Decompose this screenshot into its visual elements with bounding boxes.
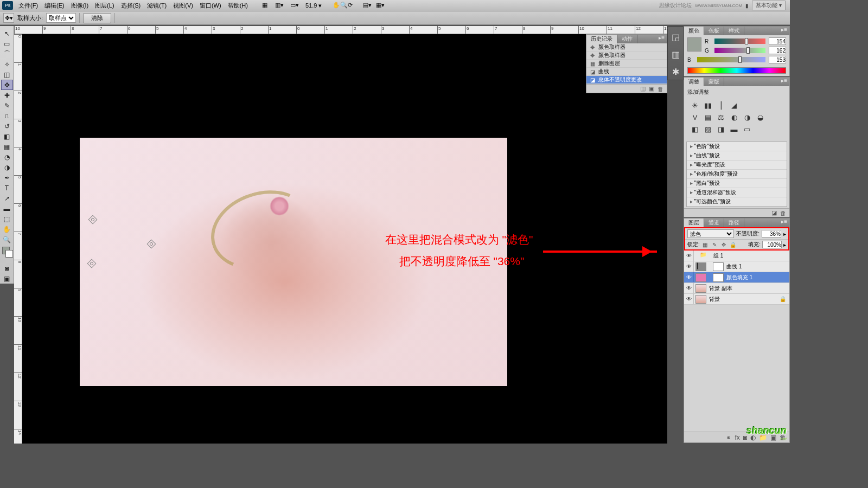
- navigator-icon[interactable]: ◲: [671, 32, 680, 42]
- invert-icon[interactable]: ◧: [688, 123, 701, 135]
- mask-thumb[interactable]: [713, 273, 724, 282]
- menu-layer[interactable]: 图层(L): [92, 2, 117, 10]
- g-input[interactable]: [769, 47, 786, 54]
- preset-item[interactable]: "可选颜色"预设: [687, 197, 787, 207]
- visibility-icon[interactable]: 👁: [684, 283, 694, 293]
- tab-actions[interactable]: 动作: [617, 35, 637, 43]
- eraser-tool[interactable]: ◧: [1, 131, 13, 142]
- rotate-icon[interactable]: ⟳: [348, 2, 355, 9]
- opacity-input[interactable]: [762, 230, 781, 237]
- panel-menu-icon[interactable]: ▸≡: [779, 78, 789, 86]
- history-item[interactable]: ◪曲线: [586, 68, 667, 76]
- color-sampler-2[interactable]: [147, 240, 156, 249]
- dodge-tool[interactable]: ◑: [1, 162, 13, 172]
- blur-tool[interactable]: ◔: [1, 152, 13, 162]
- tab-layers[interactable]: 图层: [684, 219, 704, 227]
- move-tool[interactable]: ↖: [1, 28, 13, 38]
- path-tool[interactable]: ↗: [1, 193, 13, 203]
- tab-paths[interactable]: 路径: [724, 219, 744, 227]
- preset-item[interactable]: "色阶"预设: [687, 142, 787, 151]
- visibility-icon[interactable]: 👁: [684, 251, 694, 261]
- layer-row[interactable]: 👁 📁 组 1: [684, 251, 789, 261]
- huesat-icon[interactable]: ▤: [701, 111, 714, 123]
- new-snapshot-icon[interactable]: ◫: [640, 85, 646, 92]
- photo-filter-icon[interactable]: ◑: [741, 111, 754, 123]
- layer-name[interactable]: 背景 副本: [708, 285, 732, 292]
- panel-menu-icon[interactable]: ▸≡: [779, 219, 789, 227]
- wand-tool[interactable]: ✧: [1, 59, 13, 69]
- marquee-tool[interactable]: ▭: [1, 38, 13, 49]
- r-input[interactable]: [769, 37, 786, 45]
- layer-row-selected[interactable]: 👁 颜色填充 1: [684, 272, 789, 283]
- selcolor-icon[interactable]: ▭: [741, 123, 754, 135]
- pen-tool[interactable]: ✒: [1, 172, 13, 183]
- layer-name[interactable]: 颜色填充 1: [725, 274, 752, 281]
- tab-history[interactable]: 历史记录: [586, 35, 617, 43]
- new-doc-icon[interactable]: ▣: [649, 85, 654, 92]
- menu-image[interactable]: 图像(I): [68, 2, 92, 10]
- layer-row[interactable]: 👁 ⎮ 曲线 1: [684, 261, 789, 272]
- arrange-docs-icon[interactable]: ▥▾: [275, 2, 283, 9]
- history-item[interactable]: ✥颜色取样器: [586, 52, 667, 60]
- tab-mask[interactable]: 蒙版: [704, 78, 724, 86]
- workspace-button[interactable]: 基本功能 ▾: [752, 1, 786, 10]
- zoom-value[interactable]: 51.9: [305, 2, 317, 9]
- extras-icon[interactable]: ▤▾: [363, 2, 371, 9]
- posterize-icon[interactable]: ▨: [701, 123, 714, 135]
- history-item-selected[interactable]: ◪总体不透明度更改: [586, 76, 667, 84]
- layer-thumb[interactable]: [695, 295, 706, 304]
- launch-bridge-icon[interactable]: ▦: [262, 2, 270, 9]
- brush-tool[interactable]: ✎: [1, 100, 13, 111]
- levels-icon[interactable]: ▮▮: [701, 99, 714, 111]
- menu-view[interactable]: 视图(V): [170, 2, 196, 10]
- tab-channels[interactable]: 通道: [704, 219, 724, 227]
- menu-edit[interactable]: 编辑(E): [41, 2, 68, 10]
- heal-tool[interactable]: ✚: [1, 90, 13, 100]
- crop-tool[interactable]: ◫: [1, 69, 13, 80]
- panel-menu-icon[interactable]: ▸≡: [779, 27, 789, 35]
- r-slider[interactable]: [714, 38, 765, 44]
- menu-help[interactable]: 帮助(H): [225, 2, 251, 10]
- hand-icon[interactable]: ✋: [333, 2, 340, 9]
- shape-tool[interactable]: ▬: [1, 203, 13, 214]
- preset-item[interactable]: "通道混和器"预设: [687, 188, 787, 197]
- channel-mixer-icon[interactable]: ◒: [754, 111, 767, 123]
- tab-styles[interactable]: 样式: [724, 27, 744, 35]
- trash-icon[interactable]: 🗑: [658, 86, 663, 92]
- threshold-icon[interactable]: ◨: [714, 123, 727, 135]
- type-tool[interactable]: T: [1, 183, 13, 193]
- preset-item[interactable]: "曝光度"预设: [687, 160, 787, 170]
- tab-adjust[interactable]: 调整: [684, 78, 704, 86]
- panel-menu-icon[interactable]: ▸≡: [656, 35, 667, 43]
- exposure-icon[interactable]: ◢: [727, 99, 741, 111]
- blend-mode-select[interactable]: 滤色: [687, 229, 734, 238]
- layer-name[interactable]: 组 1: [712, 252, 723, 260]
- history-item[interactable]: ▦删除图层: [586, 60, 667, 68]
- lock-all-icon[interactable]: 🔒: [729, 241, 737, 248]
- color-sampler-3[interactable]: [87, 259, 97, 268]
- menu-filter[interactable]: 滤镜(T): [144, 2, 170, 10]
- brightness-icon[interactable]: ☀: [688, 99, 701, 111]
- spectrum[interactable]: [687, 67, 786, 74]
- layer-name[interactable]: 背景: [708, 296, 720, 303]
- stamp-tool[interactable]: ⎍: [1, 111, 13, 121]
- fill-scrubber-icon[interactable]: ▸: [783, 242, 786, 248]
- current-tool-icon[interactable]: ✥▾: [3, 13, 14, 23]
- opacity-scrubber-icon[interactable]: ▸: [783, 231, 786, 237]
- trash-icon[interactable]: 🗑: [780, 210, 786, 216]
- adjust-footer-icon[interactable]: ◪: [771, 209, 777, 216]
- menu-window[interactable]: 窗口(W): [196, 2, 225, 10]
- colorbal-icon[interactable]: ⚖: [714, 111, 727, 123]
- fill-thumb[interactable]: [695, 273, 706, 282]
- layer-thumb[interactable]: [695, 284, 706, 293]
- info-icon[interactable]: ✱: [671, 67, 680, 76]
- tab-swatches[interactable]: 色板: [704, 27, 724, 35]
- canvas-area[interactable]: 在这里把混合模式改为 "滤色" 把不透明度降低至 "36%": [22, 34, 667, 444]
- visibility-icon[interactable]: 👁: [684, 294, 694, 304]
- lasso-tool[interactable]: ⌒: [1, 49, 13, 59]
- color-swatch[interactable]: [687, 37, 701, 52]
- menu-select[interactable]: 选择(S): [118, 2, 144, 10]
- quickmask-icon[interactable]: ◙: [1, 263, 13, 273]
- fill-input[interactable]: [762, 241, 782, 248]
- layer-row[interactable]: 👁 背景 🔒: [684, 294, 789, 305]
